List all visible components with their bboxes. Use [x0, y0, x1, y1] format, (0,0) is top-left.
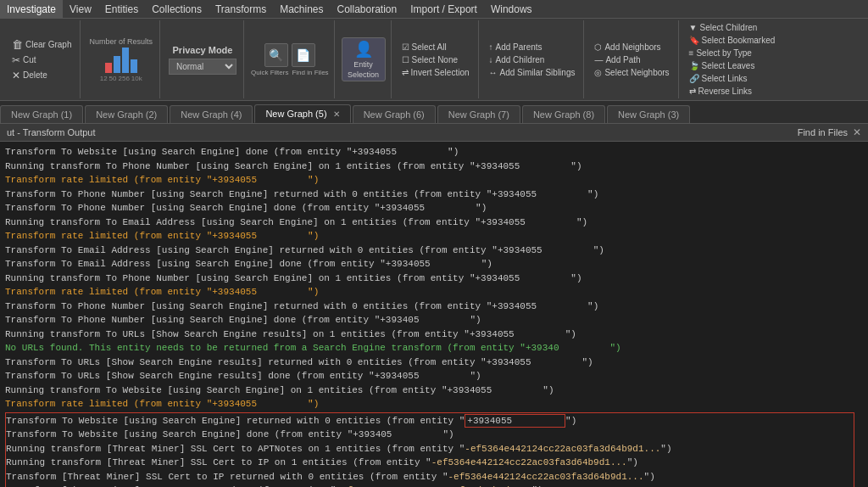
- output-panel-title: ut - Transform Output: [7, 127, 96, 137]
- output-content[interactable]: Transform To Website [using Search Engin…: [0, 142, 868, 487]
- select-neighbors-button[interactable]: ◎ Select Neighbors: [591, 67, 672, 78]
- select-leaves-button[interactable]: 🍃 Select Leaves: [686, 60, 779, 71]
- output-line: Running transform To URLs [Show Search E…: [5, 327, 863, 342]
- cut-icon: ✂: [12, 54, 20, 66]
- delete-button[interactable]: ✕ Delete: [8, 69, 75, 82]
- find-in-files-tab[interactable]: Find in Files: [798, 127, 848, 137]
- menu-transforms[interactable]: Transforms: [209, 0, 273, 18]
- quick-find-group: 🔍 📄 Quick Filters Find in Files: [246, 20, 335, 98]
- add-similar-siblings-button[interactable]: ↔ Add Similar Siblings: [486, 67, 579, 78]
- output-line-hl-3: Running transform [Threat Miner] SSL Cer…: [6, 442, 854, 456]
- add-parents-icon: ↑: [489, 42, 493, 52]
- add-neighbors-button[interactable]: ⬡ Add Neighbors: [591, 42, 672, 53]
- tab-new-graph-6[interactable]: New Graph (6): [353, 105, 436, 123]
- content-area: ut - Transform Output Find in Files ✕ Tr…: [0, 124, 868, 487]
- bar-50: [114, 56, 120, 73]
- select-all-icon: ☑: [402, 42, 409, 52]
- select-by-type-button[interactable]: ≡ Select by Type: [686, 48, 779, 59]
- panel-header-controls: Find in Files ✕: [798, 126, 861, 138]
- add-path-button[interactable]: — Add Path: [591, 54, 672, 65]
- add-parents-button[interactable]: ↑ Add Parents: [486, 42, 579, 53]
- select-none-icon: ☐: [402, 55, 409, 64]
- menu-import-export[interactable]: Import / Export: [403, 0, 484, 18]
- output-line: Transform To Phone Number [using Search …: [5, 188, 863, 202]
- tab-new-graph-7[interactable]: New Graph (7): [437, 105, 520, 123]
- bar-labels: 125025610k: [100, 75, 142, 82]
- tab-new-graph-1[interactable]: New Graph (1): [0, 105, 83, 123]
- links-icon: 🔗: [689, 74, 699, 83]
- output-line-rate-limit-4: Transform rate limited (from entity "+39…: [5, 397, 863, 411]
- select-neighbors-icon: ◎: [594, 68, 602, 77]
- clear-graph-icon: 🗑: [12, 38, 23, 51]
- entity-selection-label: Entity: [353, 60, 373, 69]
- output-line: Transform To URLs [Show Search Engine re…: [5, 369, 863, 383]
- menu-windows[interactable]: Windows: [484, 0, 539, 18]
- find-in-files-label: Find in Files: [292, 69, 328, 76]
- cut-button[interactable]: ✂ Cut: [8, 53, 75, 67]
- output-close-button[interactable]: ✕: [853, 126, 861, 138]
- add-path-icon: —: [594, 55, 603, 64]
- add-siblings-icon: ↔: [489, 68, 498, 77]
- menu-investigate[interactable]: Investigate: [0, 0, 63, 18]
- number-results-group: Number of Results 125025610k: [82, 20, 160, 98]
- menu-entities[interactable]: Entities: [98, 0, 145, 18]
- select-none-button[interactable]: ☐ Select None: [398, 54, 473, 65]
- output-line: Running transform To Email Address [usin…: [5, 216, 863, 230]
- menu-machines[interactable]: Machines: [273, 0, 330, 18]
- tab-new-graph-3[interactable]: New Graph (3): [607, 105, 690, 123]
- number-results-label: Number of Results: [89, 37, 153, 46]
- tab-new-graph-4[interactable]: New Graph (4): [170, 105, 253, 123]
- output-line: Transform To URLs [Show Search Engine re…: [5, 355, 863, 370]
- reverse-links-icon: ⇄: [689, 87, 696, 96]
- add-neighbors-icon: ⬡: [594, 42, 602, 52]
- tab-bar: New Graph (1) New Graph (2) New Graph (4…: [0, 101, 868, 124]
- output-line-hl-4: Running transform [Threat Miner] SSL Cer…: [6, 456, 854, 470]
- tab-new-graph-8[interactable]: New Graph (8): [522, 105, 605, 123]
- toolbar: 🗑 Clear Graph ✂ Cut ✕ Delete Number of R…: [0, 19, 868, 101]
- reverse-links-button[interactable]: ⇄ Reverse Links: [686, 86, 779, 97]
- menu-collaboration[interactable]: Collaboration: [331, 0, 404, 18]
- output-line-hl-2: Transform To Website [using Search Engin…: [6, 428, 854, 442]
- quick-filters-button[interactable]: 🔍: [264, 43, 288, 67]
- output-panel-header: ut - Transform Output Find in Files ✕: [0, 124, 868, 142]
- output-line-hl-5: Transform [Threat Miner] SSL Cert to IP …: [6, 470, 854, 484]
- output-line: Transform To Website [using Search Engin…: [5, 145, 863, 160]
- select-all-button[interactable]: ☑ Select All: [398, 42, 473, 53]
- invert-icon: ⇌: [402, 68, 409, 77]
- quick-find-labels: Quick Filters Find in Files: [251, 69, 329, 76]
- tab-new-graph-2[interactable]: New Graph (2): [85, 105, 168, 123]
- leaves-icon: 🍃: [689, 61, 699, 70]
- delete-icon: ✕: [12, 70, 20, 81]
- output-line: Transform To Phone Number [using Search …: [5, 201, 863, 216]
- entity-selection-group: 👤 Entity Selection: [337, 20, 392, 98]
- menu-bar: Investigate View Entities Collections Tr…: [0, 0, 868, 19]
- invert-selection-button[interactable]: ⇌ Invert Selection: [398, 67, 473, 78]
- find-in-files-button[interactable]: 📄: [292, 43, 315, 67]
- select-children-icon: ▼: [689, 23, 698, 32]
- bar-10k: [131, 59, 137, 73]
- output-line: Running transform To Website [using Sear…: [5, 383, 863, 398]
- output-line-hl-6: Transform [Threat Miner] SSL Cert to IP …: [6, 484, 854, 487]
- tab-close-button[interactable]: ✕: [333, 109, 340, 119]
- output-line-rate-limit-2: Transform rate limited (from entity "+39…: [5, 229, 863, 244]
- add-children-button[interactable]: ↓ Add Children: [486, 54, 579, 65]
- output-line: Transform To Phone Number [using Search …: [5, 313, 863, 327]
- select-bookmarked-button[interactable]: 🔖 Select Bookmarked: [686, 35, 779, 46]
- menu-collections[interactable]: Collections: [145, 0, 209, 18]
- privacy-mode-select[interactable]: Normal: [169, 59, 236, 75]
- clear-graph-button[interactable]: 🗑 Clear Graph: [8, 37, 75, 52]
- bookmark-icon: 🔖: [689, 36, 699, 45]
- output-line: Transform To Email Address [using Search…: [5, 244, 863, 258]
- output-panel: ut - Transform Output Find in Files ✕ Tr…: [0, 124, 868, 487]
- neighbors-group: ⬡ Add Neighbors — Add Path ◎ Select Neig…: [586, 20, 678, 98]
- output-line-no-urls: No URLs found. This entity needs to be r…: [5, 341, 863, 355]
- select-children-button[interactable]: ▼ Select Children: [686, 22, 779, 33]
- menu-view[interactable]: View: [63, 0, 98, 18]
- results-bars: [105, 48, 137, 73]
- quick-filters-label: Quick Filters: [251, 69, 288, 76]
- output-line: Running transform To Phone Number [using…: [5, 271, 863, 286]
- select-links-button[interactable]: 🔗 Select Links: [686, 73, 779, 84]
- type-icon: ≡: [689, 48, 694, 58]
- entity-selection-button[interactable]: 👤 Entity Selection: [342, 37, 386, 81]
- tab-new-graph-5[interactable]: New Graph (5) ✕: [254, 104, 350, 123]
